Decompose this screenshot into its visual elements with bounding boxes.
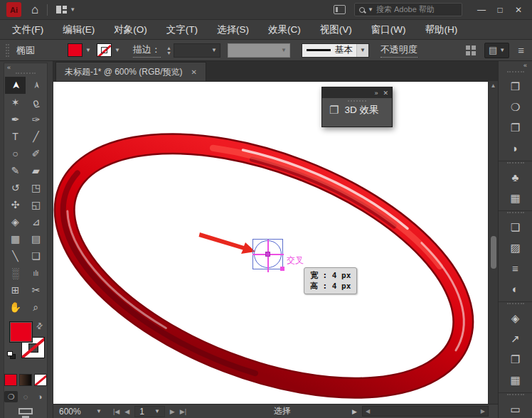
menu-type[interactable]: 文字(T) [166,23,198,36]
stroke-weight-stepper[interactable]: ▲▼ [164,43,174,58]
arrange-documents-button[interactable]: ▼ [56,6,75,14]
symbol-sprayer-tool[interactable]: ░ [5,264,26,282]
layers-panel-icon[interactable]: ◈ [505,308,526,328]
blend-tool[interactable]: ❏ [26,247,46,264]
tab-close-icon[interactable]: ✕ [191,68,197,76]
artboard-number-select[interactable]: 1 ▼ [134,406,165,417]
paintbrush-tool[interactable]: ✐ [26,145,46,162]
menu-effect[interactable]: 效果(C) [268,23,301,36]
close-panel-icon[interactable]: ✕ [383,90,388,97]
width-tool[interactable]: ✣ [5,196,26,213]
menu-file[interactable]: 文件(F) [12,23,43,36]
search-input[interactable]: ▼ 搜索 Adobe 帮助 [354,3,462,16]
selection-tool[interactable]: ➤ [5,77,26,94]
shaper-tool[interactable]: ✎ [5,162,26,179]
gradient-panel-icon[interactable]: ▨ [505,237,526,258]
minimize-button[interactable]: — [472,5,491,15]
status-popup-button[interactable]: ▶ [352,404,357,418]
color-panel-icon[interactable]: ❍ [505,97,526,117]
scroll-up-icon[interactable]: ▲ [489,82,498,89]
curvature-tool[interactable]: ✑ [26,111,46,128]
type-tool[interactable]: T [5,128,26,145]
scroll-left-icon[interactable]: ◀ [366,408,370,414]
hand-tool[interactable]: ✋ [5,299,26,316]
menu-help[interactable]: 帮助(H) [425,23,457,36]
default-fill-stroke-icon[interactable] [7,351,16,359]
gradient-tool[interactable]: ▤ [26,230,46,247]
last-artboard-button[interactable]: ▶| [180,408,186,415]
menu-view[interactable]: 视图(V) [320,23,352,36]
zoom-tool[interactable]: ⌕ [26,299,46,316]
color-button[interactable] [4,374,17,386]
screen-mode-button[interactable] [18,408,33,418]
menu-select[interactable]: 选择(S) [217,23,249,36]
draw-inside-button[interactable]: ◑ [33,391,47,402]
mesh-tool[interactable]: ▦ [5,230,26,247]
slice-tool[interactable]: ✂ [26,282,46,299]
column-graph-tool[interactable]: ılı [26,264,46,282]
next-artboard-button[interactable]: ▶ [170,408,175,415]
menu-window[interactable]: 窗口(W) [371,23,406,36]
magic-wand-tool[interactable]: ✶ [5,94,26,111]
first-artboard-button[interactable]: |◀ [113,408,119,415]
line-segment-tool[interactable]: ╱ [26,128,46,145]
home-icon[interactable]: ⌂ [31,3,38,17]
pen-tool[interactable]: ✒ [5,111,26,128]
collapse-panels-icon[interactable]: « [499,61,532,70]
opacity-label[interactable]: 不透明度 [381,43,417,58]
none-button[interactable] [34,374,47,386]
eyedropper-tool[interactable]: ╲ [5,247,26,264]
zoom-level-select[interactable]: 600% ▼ [56,404,105,418]
control-panel-menu-icon[interactable]: ≡ [518,44,523,56]
collapse-panel-icon[interactable]: » [374,90,377,97]
eraser-tool[interactable]: ▰ [26,162,46,179]
graphic-styles-panel-icon[interactable]: ❏ [505,217,526,237]
horizontal-scrollbar[interactable]: ◀ ▶ [362,406,489,417]
stroke-weight-select[interactable]: ▼ [174,43,220,58]
stroke-color-swatch[interactable] [97,43,112,57]
effect-3d-panel[interactable]: » ✕ ❐ 3D 效果 [321,87,393,127]
artboards-panel-icon[interactable]: ❐ [505,349,526,370]
prev-artboard-button[interactable]: ◀ [124,408,129,415]
document-tab[interactable]: 未标题-1* @ 600% (RGB/预览) ✕ [55,62,206,81]
draw-behind-button[interactable]: ◌ [18,391,32,402]
fill-color-indicator[interactable] [9,321,33,343]
share-panel-icon[interactable] [334,5,346,14]
direct-selection-tool[interactable]: ➢ [26,77,46,94]
shape-builder-tool[interactable]: ◈ [5,213,26,230]
stroke-weight-label[interactable]: 描边： [133,43,161,58]
free-transform-tool[interactable]: ◱ [26,196,46,213]
appearance-panel-icon[interactable]: ❒ [505,76,526,97]
close-button[interactable]: ✕ [509,5,528,15]
workspace-switcher-button[interactable]: ▤ ▼ [484,43,509,58]
chevron-down-icon[interactable]: ▼ [115,47,120,53]
menu-object[interactable]: 对象(O) [114,23,147,36]
brush-definition-select[interactable]: 基本 ▼ [302,43,369,58]
collapse-tools-icon[interactable]: « [4,63,47,73]
stroke-panel-icon[interactable]: ≡ [505,258,526,279]
chevron-down-icon[interactable]: ▼ [85,47,91,53]
transparency-panel-icon[interactable]: ◐ [505,279,526,299]
vertical-scrollbar-thumb[interactable] [491,236,496,269]
swap-fill-stroke-icon[interactable]: ⇄ [34,321,46,332]
artboard-tool[interactable]: ⊞ [5,282,26,299]
perspective-grid-tool[interactable]: ⊿ [26,213,46,230]
gradient-fan-panel-icon[interactable]: ◗ [505,138,526,159]
libraries-panel-icon[interactable]: ❐ [505,117,526,138]
scale-tool[interactable]: ◳ [26,179,46,196]
rotate-tool[interactable]: ↺ [5,179,26,196]
scroll-right-icon[interactable]: ▶ [481,408,485,414]
asset-export-panel-icon[interactable]: ▦ [505,370,526,390]
export-panel-icon[interactable]: ↗ [505,328,526,349]
vertical-scrollbar[interactable]: ▲ [488,81,498,404]
swatches-panel-icon[interactable]: ▦ [505,188,526,208]
artboard-canvas[interactable]: » ✕ ❐ 3D 效果 [53,81,488,404]
lasso-tool[interactable]: ϱ [26,94,46,111]
draw-normal-button[interactable]: ❍ [4,391,18,402]
gradient-button[interactable] [19,374,32,386]
fill-color-swatch[interactable] [68,43,83,57]
menu-edit[interactable]: 编辑(E) [63,23,95,36]
symbols-panel-icon[interactable]: ♣ [505,167,526,188]
ellipse-tool[interactable]: ○ [5,145,26,162]
maximize-button[interactable]: □ [491,5,509,15]
